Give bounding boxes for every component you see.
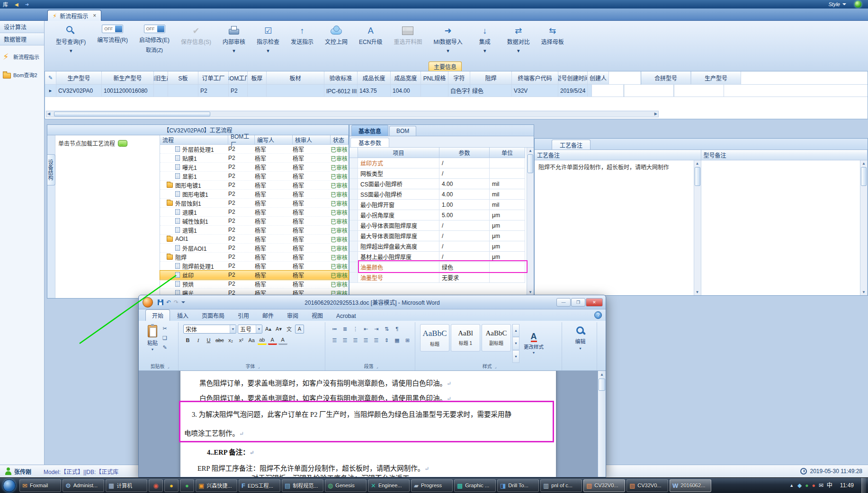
phonetic-guide-button[interactable]: 文 [285, 325, 294, 334]
nav-back-icon[interactable]: ◀ [15, 2, 18, 7]
flow-tree-row[interactable]: 图形电镀1 P2 杨军 杨军 已审核 [160, 190, 349, 199]
param-value[interactable]: / [439, 241, 490, 252]
main-table-header-cell[interactable]: S板 [168, 71, 198, 85]
params-row[interactable]: CS面最小阻焊桥 4.00 mil [349, 179, 534, 189]
flow-col-auditor[interactable]: 核审人 [293, 135, 331, 145]
taskbar-item[interactable]: ▩ Graphic ... [454, 479, 496, 492]
tab-basic-params[interactable]: 基本参数 [350, 138, 389, 147]
params-row[interactable]: 油墨颜色 绿色 [349, 262, 534, 273]
text-highlight-button[interactable]: ab [258, 336, 267, 345]
paragraph-button[interactable]: ☰ [372, 336, 381, 345]
flow-col-status[interactable]: 状态 [331, 135, 349, 145]
flow-tree-row[interactable]: 阻焊 P2 杨军 杨军 已审核 [160, 253, 349, 262]
style-card[interactable]: AaBbC 副标题 [482, 324, 511, 352]
sidebar-group-header[interactable]: 设计算法 [0, 21, 44, 33]
strikethrough-button[interactable]: abc [215, 336, 225, 345]
italic-button[interactable]: I [194, 336, 203, 345]
style-card[interactable]: AaBl 标题 1 [451, 324, 480, 352]
paragraph-button[interactable]: ≔ [330, 325, 339, 334]
toolbar-button[interactable]: ↓ 集成 ▾ [471, 24, 499, 55]
param-value[interactable]: 5.00 [439, 210, 490, 220]
main-table-header-cell[interactable]: 升级前旧生产型号 [154, 71, 168, 85]
main-table-header-cell[interactable]: 字符 [448, 71, 470, 85]
taskbar-item[interactable]: ▰ Progress [411, 479, 453, 492]
toolbar-button[interactable]: 重选开料图 [391, 24, 425, 55]
taskbar-item[interactable]: ✕ Enginee... [368, 479, 410, 492]
paragraph-button[interactable]: ⋮ [351, 325, 360, 334]
toolbar-button[interactable]: OFF 启动修改(E) 取消(Z) [136, 24, 172, 53]
gallery-up-icon[interactable]: ▲ [512, 324, 519, 337]
param-value[interactable]: 4.00 [439, 179, 490, 189]
paragraph-button[interactable]: ☰ [351, 336, 360, 345]
params-row[interactable]: 丝印方式 / [349, 158, 534, 168]
toolbar-button-sub[interactable]: ▾ [447, 48, 449, 54]
main-table-header-cell[interactable]: PNL规格 [421, 71, 448, 85]
flow-tree-row[interactable]: 外层蚀刻1 P2 杨军 杨军 已审核 [160, 199, 349, 208]
flow-tree-row[interactable]: 贴膜1 P2 杨军 杨军 已审核 [160, 154, 349, 163]
flow-tree-row[interactable]: 外层前处理1 P2 杨军 杨军 已审核 [160, 145, 349, 154]
paragraph-button[interactable]: ⇥ [372, 325, 381, 334]
param-value[interactable]: 4.00 [439, 189, 490, 200]
editing-group[interactable]: 编辑 ▼ [564, 322, 597, 370]
main-table-header-cell[interactable]: BOM工厂 [229, 71, 248, 85]
flow-tree-row[interactable]: 外层AOI1 P2 杨军 杨军 已审核 [160, 244, 349, 253]
params-col-unit[interactable]: 单位 [490, 148, 525, 158]
toolbar-button[interactable]: ➜ MI数据导入 ▾ [430, 24, 465, 55]
main-table-header-cell[interactable]: 成品宽度 [391, 71, 421, 85]
main-table-header-cell[interactable]: 新生产型号 [102, 71, 154, 85]
toolbar-button[interactable]: ✔ 保存信息(S) [178, 24, 214, 55]
sidebar-item[interactable]: ⚡ 新流程指示 [3, 53, 42, 61]
font-color-button[interactable]: A [268, 336, 277, 345]
font-name-combo[interactable]: 宋体▼ [183, 325, 236, 334]
save-icon[interactable] [158, 299, 163, 305]
tray-icon[interactable]: ✉ [819, 483, 823, 488]
tray-icon[interactable]: ◆ [797, 483, 802, 488]
word-title-bar[interactable]: ↶ ↷ 20160629202925513.doc [兼容模式] - Micro… [139, 295, 606, 309]
paragraph-button[interactable]: ⊞ [403, 336, 412, 345]
toolbar-button[interactable]: A ECN升级 [356, 24, 385, 55]
tab-basic-info[interactable]: 基本信息 [351, 125, 388, 136]
main-table-header-cell[interactable]: 板厚 [248, 71, 267, 85]
vertical-scrollbar[interactable] [860, 160, 867, 295]
params-row[interactable]: 最小导体表面阻焊厚度 / μm [349, 220, 534, 231]
vertical-scrollbar[interactable] [598, 371, 606, 477]
main-table-header-cell[interactable]: 板材 [267, 71, 324, 85]
cut-button[interactable]: ✂ [161, 325, 169, 333]
tray-clock[interactable]: 11:49 [840, 482, 854, 489]
main-table-row[interactable]: ▸ CV32V02PA0 10011200016080 P2 P2 [45, 85, 868, 97]
scrollbar-thumb[interactable] [695, 167, 700, 186]
params-row[interactable]: 阻焊超出焊盘最大高度 / μm [349, 241, 534, 252]
tray-chevron-icon[interactable]: ▲ [789, 483, 794, 488]
paragraph-button[interactable]: ☰ [340, 336, 349, 345]
flow-tree-row[interactable]: 丝印 P2 杨军 杨军 已审核 [160, 271, 349, 280]
flow-tree-row[interactable]: AOI1 P2 杨军 杨军 已审核 [160, 235, 349, 244]
change-case-button[interactable]: Aa [247, 336, 256, 345]
tab-device-structure[interactable]: 设备结构 [47, 135, 55, 298]
taskbar-item[interactable]: ▥ pnl of c... [540, 479, 582, 492]
tab-close-icon[interactable]: × [93, 12, 96, 19]
taskbar-item[interactable]: ◉ [149, 479, 163, 492]
word-tab[interactable]: 页面布局 [196, 310, 231, 321]
word-tab[interactable]: 视图 [305, 310, 329, 321]
tray-icon[interactable]: ● [812, 483, 815, 488]
tab-new-process-indication[interactable]: ⚡ 新流程指示 × [47, 10, 101, 21]
main-table-header-cell[interactable]: 成品长度 [358, 71, 391, 85]
sidebar-group-header[interactable]: 数据管理 [0, 33, 44, 45]
off-toggle[interactable]: OFF [144, 25, 165, 33]
process-remark-box[interactable]: 阻焊不允许单面分段制作，超长板时，请晒大网制作 [535, 160, 701, 295]
subscript-button[interactable]: x₂ [226, 336, 235, 345]
taskbar-item[interactable]: ✉ Foxmail [19, 479, 61, 492]
param-value[interactable]: / [439, 220, 490, 231]
tab-bom[interactable]: BOM [389, 126, 416, 136]
flow-tree-row[interactable]: 预烘 P2 杨军 杨军 已审核 [160, 280, 349, 289]
gallery-down-icon[interactable]: ▼ [512, 337, 519, 350]
undo-button[interactable]: ↶ [166, 299, 171, 306]
main-table-header-cell[interactable]: 型号创建时间 [558, 71, 588, 85]
params-col-value[interactable]: 参数 [439, 148, 490, 158]
paragraph-button[interactable]: ▦ [393, 336, 402, 345]
taskbar-item[interactable]: ● [180, 479, 194, 492]
taskbar-item[interactable]: W 2016062... [670, 479, 711, 492]
flow-col-writer[interactable]: 编写人 [255, 135, 293, 145]
word-tab[interactable]: 开始 [145, 309, 170, 321]
gallery-more-icon[interactable]: ▼ [512, 350, 519, 363]
